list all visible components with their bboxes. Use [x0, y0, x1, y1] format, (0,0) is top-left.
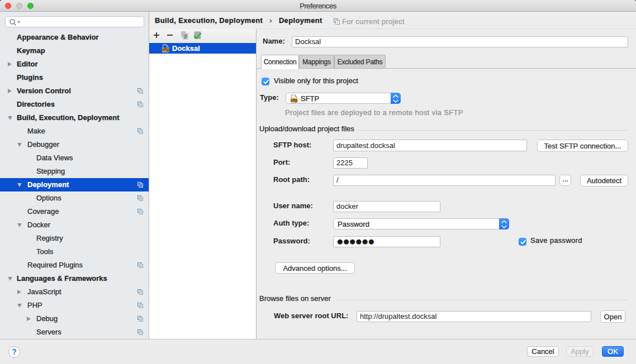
- svg-text:sftp: sftp: [162, 47, 169, 52]
- svg-text:sftp: sftp: [291, 98, 297, 103]
